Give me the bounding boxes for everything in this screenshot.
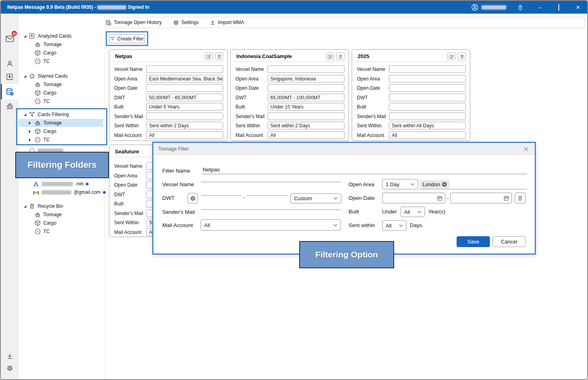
rail-filtering-button[interactable]: [1, 86, 18, 98]
senders-mail-input[interactable]: [268, 113, 344, 120]
dwt-input[interactable]: 50,000MT - 65,000MT: [146, 94, 223, 101]
dwt-input[interactable]: [389, 94, 466, 101]
open-area-input[interactable]: [389, 75, 466, 82]
open-area-input[interactable]: East Mediterranean Sea, Black Sea: [146, 75, 223, 82]
tree-item-recycle-cargo[interactable]: Cargo: [18, 219, 103, 227]
tree-section-analyzed-cards[interactable]: Analyzed Cards: [18, 32, 103, 40]
rail-import-button[interactable]: [1, 350, 18, 362]
remove-tag-icon[interactable]: [442, 182, 447, 187]
tree-item-recycle-tonnage[interactable]: Tonnage: [18, 211, 103, 219]
chevron-down-icon: [417, 211, 421, 213]
minimize-button[interactable]: –: [534, 4, 545, 10]
mail-account-input[interactable]: All: [268, 131, 344, 139]
delete-card-button[interactable]: [215, 52, 223, 60]
tree-item-filtering-cargo[interactable]: Cargo: [18, 127, 103, 135]
edit-card-button[interactable]: [326, 52, 334, 60]
dwt-to-input[interactable]: [246, 194, 288, 196]
filter-name-input[interactable]: Netpas: [201, 167, 527, 174]
vessel-name-input[interactable]: [146, 65, 223, 73]
open-date-input[interactable]: [268, 84, 344, 92]
tree-item-analyzed-tc[interactable]: TC TC: [18, 57, 103, 65]
mail-account-input[interactable]: All: [389, 131, 466, 139]
tree-section-recycle-bin[interactable]: Recycle Bin: [18, 202, 103, 210]
open-area-input[interactable]: Singapore, Indonesia: [268, 75, 344, 82]
tree-item-filtering-tc[interactable]: TC TC: [18, 136, 103, 144]
rail-cards-button[interactable]: [1, 71, 18, 83]
toolbar-settings[interactable]: Settings: [173, 20, 199, 26]
expanded-arrow-icon[interactable]: [23, 74, 27, 78]
vessel-name-input[interactable]: [389, 65, 466, 73]
titlebar-account[interactable]: [471, 4, 506, 11]
dialog-titlebar: Tonnage Filter: [153, 143, 535, 155]
field-label: Open Area: [114, 76, 137, 82]
collapsed-arrow-icon[interactable]: [28, 121, 32, 125]
tree-item-analyzed-cargo[interactable]: Cargo: [18, 49, 103, 57]
delete-card-button[interactable]: [458, 52, 466, 60]
built-label: Built: [348, 209, 359, 215]
dwt-settings-button[interactable]: [187, 193, 198, 203]
maximize-button[interactable]: [554, 4, 564, 10]
open-area-tag-london[interactable]: London: [420, 180, 449, 189]
expanded-arrow-icon[interactable]: [23, 34, 27, 38]
open-date-to-input[interactable]: [450, 193, 512, 203]
built-years-select[interactable]: All: [401, 207, 425, 217]
sent-within-input[interactable]: Sent within 2 Days: [268, 122, 344, 129]
close-button[interactable]: ✕: [573, 4, 583, 10]
open-date-input[interactable]: [389, 84, 466, 92]
edit-card-button[interactable]: [205, 52, 213, 60]
dwt-from-input[interactable]: [201, 194, 242, 196]
help-button[interactable]: ?: [515, 4, 526, 10]
senders-mail-input[interactable]: [201, 208, 341, 210]
sent-within-select[interactable]: All: [382, 220, 407, 231]
trash-icon: [29, 203, 35, 209]
rail-settings-button[interactable]: [1, 362, 18, 374]
collapsed-arrow-icon[interactable]: [28, 138, 32, 142]
edit-card-button[interactable]: [447, 52, 455, 60]
delete-card-button[interactable]: [336, 52, 344, 60]
built-input[interactable]: Under 5 Years: [146, 103, 223, 111]
dwt-dash: -: [243, 194, 245, 200]
senders-mail-input[interactable]: [389, 113, 466, 120]
save-button[interactable]: Save: [457, 236, 490, 247]
mail-account-select[interactable]: All: [201, 219, 341, 231]
field-label: Mail Account: [236, 133, 263, 138]
tree-item-filtering-tonnage[interactable]: Tonnage: [18, 119, 103, 127]
expanded-arrow-icon[interactable]: [23, 113, 27, 117]
sent-within-input[interactable]: Sent within 2 Days: [146, 122, 223, 129]
notification-badge: N: [11, 30, 17, 36]
tree-section-cards-filtering[interactable]: Cards Filtering: [18, 111, 103, 119]
gear-icon: [6, 365, 13, 372]
cancel-button[interactable]: Cancel: [493, 236, 526, 247]
open-area-period-select[interactable]: 1 Day: [382, 179, 418, 189]
create-filter-button[interactable]: Create Filter: [109, 34, 145, 43]
vessel-name-input[interactable]: [201, 181, 341, 182]
built-input[interactable]: Under 10 Years: [268, 103, 344, 111]
tree-item-recycle-tc[interactable]: TC TC: [18, 227, 103, 235]
senders-mail-input[interactable]: [146, 113, 223, 120]
built-input[interactable]: [389, 103, 466, 111]
tree-item-starred-cargo[interactable]: Cargo: [18, 89, 103, 97]
rail-contacts-button[interactable]: [1, 58, 18, 70]
toolbar-import-mma[interactable]: Import MMA: [210, 20, 244, 25]
account-item-net[interactable]: .net: [18, 180, 89, 187]
rail-ship-button[interactable]: [1, 100, 18, 112]
dwt-input[interactable]: 65,000MT - 100,000MT: [268, 94, 344, 101]
tree-item-starred-tonnage[interactable]: Tonnage: [18, 80, 103, 88]
analyzed-cards-icon: [29, 33, 35, 39]
sent-within-input[interactable]: Sent within All Days: [389, 122, 466, 129]
tree-item-starred-tc[interactable]: TC TC: [18, 97, 103, 105]
clear-dates-button[interactable]: [515, 193, 526, 203]
open-date-from-input[interactable]: [382, 193, 445, 203]
expanded-arrow-icon[interactable]: [23, 204, 27, 209]
vessel-name-input[interactable]: [268, 65, 344, 73]
tree-item-analyzed-tonnage[interactable]: Tonnage: [18, 40, 103, 48]
dialog-close-button[interactable]: [522, 145, 530, 153]
toolbar-tonnage-open-history[interactable]: Tonnage Open History: [105, 20, 161, 26]
app-window: Netpas Message 0.9 Beta (Build 0935) - S…: [0, 0, 588, 380]
account-item-gmail[interactable]: @gmail.com: [18, 189, 106, 196]
open-date-input[interactable]: [146, 84, 223, 92]
dwt-mode-select[interactable]: Custom: [290, 193, 341, 203]
collapsed-arrow-icon[interactable]: [28, 129, 32, 134]
tree-section-starred-cards[interactable]: Starred Cards: [18, 72, 103, 80]
mail-account-input[interactable]: All: [146, 131, 223, 139]
